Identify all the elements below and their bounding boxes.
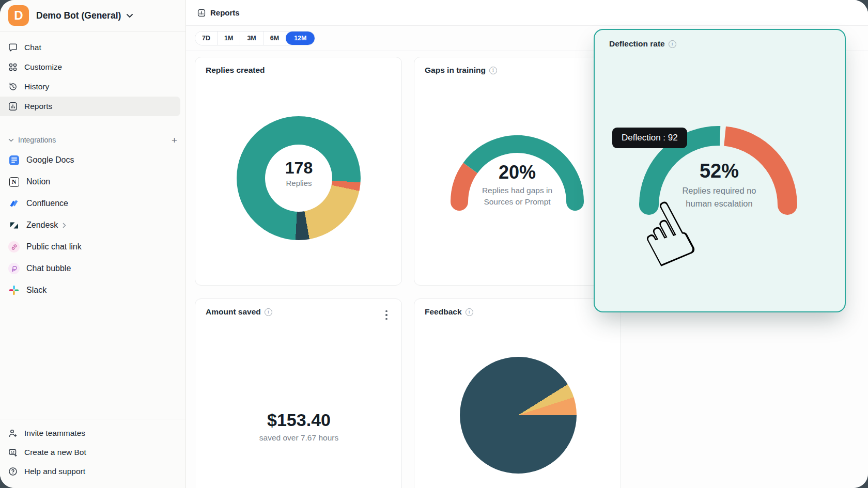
chevron-right-icon [63,223,66,228]
sidebar: D Demo Bot (General) Chat Customize [0,0,186,488]
sidebar-item-label: Chat [24,43,41,52]
sidebar-item-public-chat-link[interactable]: Public chat link [0,236,185,258]
chat-icon [8,43,18,52]
workspace-name: Demo Bot (General) [36,10,121,21]
donut-center-label: 178 Replies [195,159,402,187]
card-title: Replies created [206,66,265,75]
sidebar-item-label: History [24,82,49,91]
confluence-icon [8,198,20,209]
info-icon[interactable]: i [265,308,272,316]
chevron-down-icon [126,13,133,18]
add-user-icon [8,429,18,438]
zendesk-icon [8,219,20,231]
sidebar-item-google-docs[interactable]: Google Docs [0,149,185,171]
gaps-in-training-card: Gaps in training i 20% Replies had gaps … [414,57,621,286]
integration-label: Slack [26,286,47,295]
google-docs-icon [8,154,20,166]
customize-icon [8,62,18,72]
sidebar-footer: Invite teammates Create a new Bot Help a… [0,419,185,488]
gaps-percent: 20% [445,162,590,183]
footer-item-label: Create a new Bot [24,448,86,457]
workspace-logo: D [8,5,29,26]
card-title: Amount saved [206,307,261,317]
integrations-label: Integrations [18,136,56,144]
deflection-percent: 52% [647,160,792,182]
filter-3m[interactable]: 3M [240,32,263,45]
reports-icon [197,9,206,17]
integration-label: Confluence [26,199,68,208]
filter-1m[interactable]: 1M [218,32,240,45]
filter-6m[interactable]: 6M [264,32,286,45]
sidebar-item-label: Customize [24,62,62,72]
chevron-down-icon [8,138,14,142]
replies-unit: Replies [195,179,402,187]
sidebar-item-notion[interactable]: N Notion [0,171,185,193]
integration-label: Public chat link [26,242,82,251]
sidebar-item-slack[interactable]: Slack [0,279,185,301]
feedback-pie-chart[interactable] [460,357,577,474]
notion-icon: N [8,176,20,187]
sidebar-nav: Chat Customize History Reports [0,32,185,116]
deflection-rate-card: Deflection rate i Deflection : 92 52% Re… [594,29,846,312]
info-icon[interactable]: i [466,308,473,316]
page-title: Reports [210,8,240,17]
filter-12m[interactable]: 12M [286,32,315,45]
question-circle-icon [8,467,18,476]
gaps-desc-line1: Replies had gaps in [445,185,590,196]
integrations-list: Google Docs N Notion Confluence Zendesk [0,149,185,301]
link-icon [8,241,20,253]
sidebar-item-confluence[interactable]: Confluence [0,193,185,214]
sidebar-item-customize[interactable]: Customize [0,57,185,77]
amount-saved-subtitle: saved over 7.67 hours [195,433,402,443]
invite-teammates-button[interactable]: Invite teammates [0,423,185,443]
footer-item-label: Invite teammates [24,429,85,438]
integration-label: Notion [26,177,50,186]
page-header: Reports [186,0,868,26]
footer-item-label: Help and support [24,467,85,476]
feedback-card: Feedback i [414,298,621,488]
replies-created-card: Replies created 178 Replies [195,57,402,286]
amount-saved-value: $153.40 [195,410,402,430]
integration-label: Chat bubble [26,264,71,273]
create-new-bot-button[interactable]: Create a new Bot [0,443,185,462]
sidebar-item-zendesk[interactable]: Zendesk [0,214,185,236]
sidebar-item-label: Reports [24,102,52,111]
time-range-filter: 7D 1M 3M 6M 12M [195,31,315,45]
amount-saved-value-block: $153.40 saved over 7.67 hours [195,410,402,443]
integration-label: Google Docs [26,155,74,165]
sidebar-item-chat-bubble[interactable]: Chat bubble [0,258,185,279]
filter-7d[interactable]: 7D [195,32,218,45]
sidebar-item-history[interactable]: History [0,77,185,97]
help-and-support-button[interactable]: Help and support [0,462,185,481]
chart-tooltip: Deflection : 92 [612,128,687,148]
workspace-switcher[interactable]: D Demo Bot (General) [0,0,185,32]
sidebar-item-reports[interactable]: Reports [0,97,180,116]
reports-icon [8,102,18,111]
integration-label: Zendesk [26,221,58,230]
integrations-section-header[interactable]: Integrations + [8,134,177,146]
chat-bubble-icon [8,263,20,274]
gaps-desc-line2: Sources or Prompt [445,196,590,208]
card-menu-kebab[interactable] [383,310,390,320]
sidebar-item-chat[interactable]: Chat [0,38,185,57]
replies-count: 178 [195,159,402,177]
amount-saved-card: Amount saved i $153.40 saved over 7.67 h… [195,298,402,488]
gauge-center-label: 20% Replies had gaps in Sources or Promp… [445,162,590,208]
app-window: D Demo Bot (General) Chat Customize [0,0,868,488]
slack-icon [8,285,20,296]
bot-plus-icon [8,448,18,457]
history-icon [8,82,18,91]
add-integration-button[interactable]: + [172,135,177,145]
card-title: Feedback [425,307,462,317]
